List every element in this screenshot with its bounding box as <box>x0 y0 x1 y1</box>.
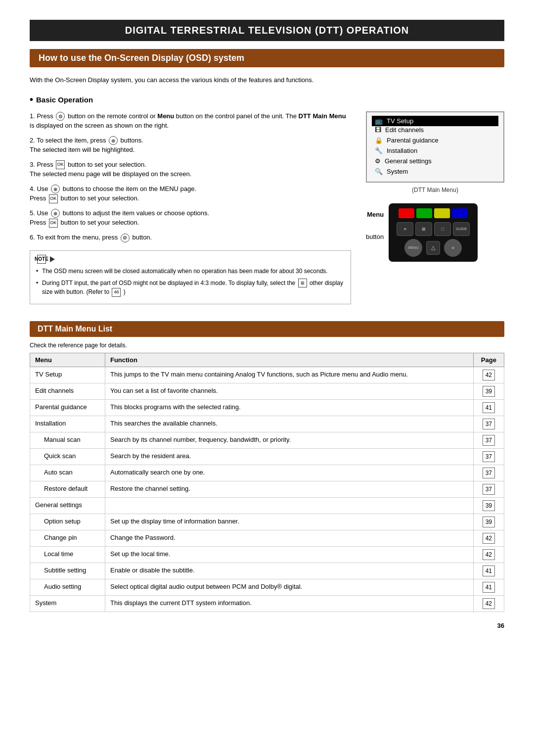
table-cell-menu: Manual scan <box>30 432 105 449</box>
table-row: Restore defaultRestore the channel setti… <box>30 481 504 498</box>
ok-list-button[interactable]: ≡ <box>444 239 462 257</box>
osd-menu-box: 📺 TV Setup 🎞 Edit channels 🔒 Parental gu… <box>366 111 504 183</box>
remote-color-buttons <box>394 208 473 218</box>
nav-icon-3: ⊕ <box>51 209 60 218</box>
table-cell-function: Restore the channel setting. <box>105 481 473 498</box>
right-column: 📺 TV Setup 🎞 Edit channels 🔒 Parental gu… <box>366 111 504 312</box>
table-cell-function: Set up the local time. <box>105 547 473 563</box>
page-badge: 41 <box>483 582 495 593</box>
button-1[interactable]: ≡ <box>397 222 413 236</box>
page-badge: 37 <box>483 435 495 446</box>
col-function-header: Function <box>105 353 473 367</box>
table-row: Option setupSet up the display time of i… <box>30 514 504 530</box>
nav-icon-2: ⊕ <box>51 185 60 193</box>
table-cell-function: Change the Password. <box>105 530 473 547</box>
table-cell-menu: Restore default <box>30 481 105 498</box>
page-badge: 37 <box>483 451 495 462</box>
table-cell-menu: Local time <box>30 547 105 563</box>
table-cell-function: Search by the resident area. <box>105 449 473 465</box>
remote-function-buttons-row: ≡ ⊠ □ GUIDE <box>394 222 473 236</box>
table-row: SystemThis displays the current DTT syst… <box>30 596 504 612</box>
table-row: Subtitle settingEnable or disable the su… <box>30 563 504 579</box>
table-cell-function: Select optical digital audio output betw… <box>105 579 473 596</box>
table-cell-page: 39 <box>473 514 504 530</box>
table-cell-function: This searches the available channels. <box>105 416 473 432</box>
table-cell-page: 42 <box>473 530 504 547</box>
green-button[interactable] <box>416 208 432 218</box>
osd-menu-label-installation: Installation <box>387 147 417 154</box>
table-header-row: Menu Function Page <box>30 353 504 367</box>
note-icon: NOTE <box>37 255 46 264</box>
gear-icon: ⚙ <box>375 157 381 165</box>
osd-menu-label-general: General settings <box>385 157 432 165</box>
note-list: The OSD menu screen will be closed autom… <box>36 267 345 297</box>
table-cell-page: 37 <box>473 465 504 481</box>
page-badge: 37 <box>483 419 495 429</box>
up-button[interactable]: △ <box>426 241 440 255</box>
table-cell-page: 37 <box>473 432 504 449</box>
table-row: InstallationThis searches the available … <box>30 416 504 432</box>
table-cell-page: 42 <box>473 547 504 563</box>
page-number: 36 <box>30 622 504 629</box>
page-badge: 42 <box>483 370 495 380</box>
steps-list: 1. Press ⚙ button on the remote control … <box>30 111 351 242</box>
menu-exit-icon: ⚙ <box>121 234 130 242</box>
button-3[interactable]: □ <box>434 222 451 236</box>
osd-menu-item-system: 🔍 System <box>375 166 495 177</box>
osd-menu-item-general: ⚙ General settings <box>375 156 495 166</box>
osd-menu-label-parental: Parental guidance <box>387 137 439 144</box>
table-row: Change pinChange the Password.42 <box>30 530 504 547</box>
table-cell-page: 37 <box>473 449 504 465</box>
page-badge: 39 <box>483 500 495 511</box>
table-cell-function: Search by its channel number, frequency,… <box>105 432 473 449</box>
osd-menu-item-edit-channels: 🎞 Edit channels <box>375 125 495 135</box>
guide-button[interactable]: GUIDE <box>453 222 470 236</box>
yellow-button[interactable] <box>434 208 450 218</box>
intro-text: With the On-Screen Display system, you c… <box>30 75 504 85</box>
red-button[interactable] <box>399 208 414 218</box>
osd-menu-item-installation: 🔧 Installation <box>375 145 495 156</box>
step-1: 1. Press ⚙ button on the remote control … <box>30 111 351 131</box>
table-cell-function: You can set a list of favorite channels. <box>105 383 473 400</box>
menu-button-labels: Menu button <box>366 203 384 240</box>
blue-button[interactable] <box>452 208 468 218</box>
table-cell-menu: Installation <box>30 416 105 432</box>
step-4: 4. Use ⊕ buttons to choose the item on t… <box>30 184 351 203</box>
dtt-section-title: DTT Main Menu List <box>30 321 504 337</box>
note-item-2: During DTT input, the part of OSD might … <box>36 279 345 297</box>
page-badge: 37 <box>483 468 495 478</box>
page-badge: 41 <box>483 566 495 576</box>
table-cell-function: This displays the current DTT system inf… <box>105 596 473 612</box>
tv-icon: 📺 <box>375 117 383 125</box>
step-3: 3. Press OK button to set your selection… <box>30 160 351 179</box>
col-page-header: Page <box>473 353 504 367</box>
main-title: DIGITAL TERRESTRIAL TELEVISION (DTT) OPE… <box>30 20 504 41</box>
menu-button[interactable]: MENU <box>404 239 422 257</box>
table-cell-menu: Edit channels <box>30 383 105 400</box>
sub-title: How to use the On-Screen Display (OSD) s… <box>30 49 504 67</box>
table-cell-page: 41 <box>473 563 504 579</box>
table-cell-page: 41 <box>473 579 504 596</box>
table-row: Local timeSet up the local time.42 <box>30 547 504 563</box>
osd-menu-caption: (DTT Main Menu) <box>366 187 504 193</box>
ok-icon: OK <box>56 160 65 169</box>
table-cell-page: 42 <box>473 367 504 383</box>
table-row: Manual scanSearch by its channel number,… <box>30 432 504 449</box>
step-6: 6. To exit from the menu, press ⚙ button… <box>30 233 351 242</box>
step-2: 2. To select the item, press ⊕ buttons. … <box>30 136 351 155</box>
remote-graphic: ≡ ⊠ □ GUIDE MENU △ ≡ <box>389 203 478 262</box>
button-2[interactable]: ⊠ <box>415 222 432 236</box>
table-cell-menu: Audio setting <box>30 579 105 596</box>
table-row: Audio settingSelect optical digital audi… <box>30 579 504 596</box>
note-arrow-icon <box>50 256 55 262</box>
osd-menu-label-edit-channels: Edit channels <box>385 126 424 134</box>
page-badge: 42 <box>483 533 495 544</box>
section-heading-basic-operation: Basic Operation <box>30 94 504 105</box>
table-cell-function: This blocks programs with the selected r… <box>105 400 473 416</box>
table-cell-menu: Auto scan <box>30 465 105 481</box>
table-cell-page: 37 <box>473 416 504 432</box>
page-badge: 39 <box>483 386 495 397</box>
note-item-1: The OSD menu screen will be closed autom… <box>36 267 345 276</box>
table-cell-menu: Option setup <box>30 514 105 530</box>
table-cell-menu: Quick scan <box>30 449 105 465</box>
